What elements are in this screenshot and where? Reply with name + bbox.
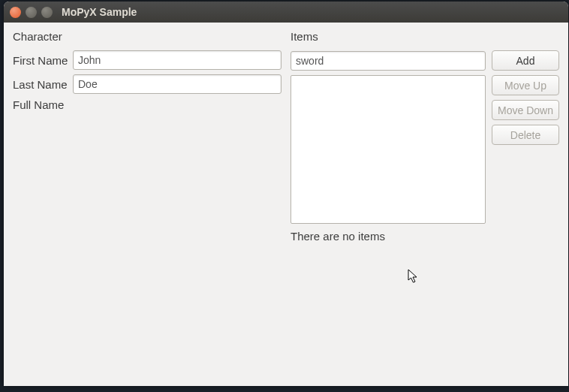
move-down-button[interactable]: Move Down	[492, 100, 559, 120]
delete-button[interactable]: Delete	[492, 125, 559, 145]
last-name-input[interactable]	[73, 74, 281, 94]
titlebar: MoPyX Sample	[4, 2, 568, 23]
last-name-label: Last Name	[13, 78, 73, 91]
character-header: Character	[13, 30, 281, 43]
minimize-icon[interactable]	[26, 7, 37, 18]
items-status: There are no items	[291, 230, 559, 243]
move-up-button[interactable]: Move Up	[492, 75, 559, 95]
first-name-row: First Name	[13, 50, 281, 70]
app-window: MoPyX Sample Character First Name Last N…	[4, 2, 568, 386]
window-title: MoPyX Sample	[62, 6, 137, 18]
maximize-icon[interactable]	[41, 7, 53, 18]
full-name-row: Full Name	[13, 98, 281, 111]
first-name-label: First Name	[13, 54, 73, 67]
add-button[interactable]: Add	[492, 50, 559, 71]
items-top-row: Add	[291, 50, 559, 71]
item-input[interactable]	[291, 51, 486, 71]
character-section: Character First Name Last Name Full Name	[13, 30, 281, 378]
items-listbox[interactable]	[291, 75, 486, 224]
content-area: Character First Name Last Name Full Name…	[4, 23, 568, 386]
last-name-row: Last Name	[13, 74, 281, 94]
items-button-column: Move Up Move Down Delete	[492, 75, 559, 224]
items-body: Move Up Move Down Delete	[291, 75, 559, 224]
close-icon[interactable]	[10, 7, 21, 18]
items-header: Items	[291, 30, 559, 43]
full-name-label: Full Name	[13, 98, 73, 111]
first-name-input[interactable]	[73, 50, 281, 70]
items-section: Items Add Move Up Move Down Delete There…	[291, 30, 559, 378]
